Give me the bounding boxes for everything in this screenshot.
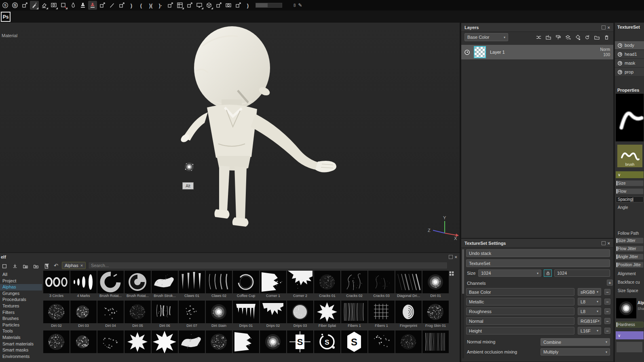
slider-position-jitte[interactable]: Position Jitte	[616, 262, 644, 268]
alpha-shape-preview[interactable]	[616, 298, 636, 318]
alpha-item-claws-01[interactable]: Claws 01	[179, 271, 205, 299]
textureset-item-body[interactable]: body	[615, 41, 644, 49]
hardness-slider[interactable]: Hardness	[616, 322, 644, 328]
undock-icon[interactable]	[449, 255, 453, 259]
channel-format-dropdown[interactable]: L8▾	[578, 298, 601, 305]
alpha-item[interactable]	[152, 330, 178, 358]
lock-ratio-button[interactable]	[544, 269, 552, 277]
remove-channel-button[interactable]: −	[604, 318, 610, 324]
alpha-item[interactable]: S	[341, 330, 367, 358]
paste-layer-icon[interactable]	[545, 34, 552, 41]
alpha-item-dirt-01[interactable]: Dirt 01	[422, 271, 449, 299]
export-config-icon[interactable]	[20, 1, 29, 10]
sidebar-item-filters[interactable]: Filters	[0, 309, 42, 316]
alpha-item-dirt-stain[interactable]: Dirt Stain	[206, 301, 232, 328]
uv-link-icon[interactable]	[535, 34, 542, 41]
channel-format-dropdown[interactable]: RGB16F▾	[578, 317, 601, 325]
alpha-item-cracks-03[interactable]: Cracks 03	[368, 271, 395, 299]
search-input[interactable]	[88, 262, 448, 269]
layer-row[interactable]: Layer 1 Norm 100	[461, 45, 613, 59]
shelf-reload-icon[interactable]	[32, 263, 39, 269]
undo-search-icon[interactable]: ↶	[53, 262, 59, 269]
alpha-item[interactable]: S	[287, 330, 313, 358]
alpha-item-dirt-07[interactable]: Dirt 07	[179, 301, 205, 328]
alpha-item-fibers-1[interactable]: Fibers 1	[368, 301, 395, 328]
remove-channel-button[interactable]: −	[604, 308, 610, 314]
channel-name-field[interactable]: Metallic	[466, 298, 574, 305]
add-channel-button[interactable]: +	[607, 280, 613, 286]
alpha-item-coffee-cup[interactable]: Coffee Cup	[233, 271, 259, 299]
size-locked-field[interactable]: 1024	[554, 269, 610, 277]
brush-preset-tile[interactable]: brush	[617, 145, 642, 167]
particle-pen-tool-icon[interactable]	[108, 1, 116, 10]
channel-name-field[interactable]: Base Color	[466, 288, 574, 296]
alpha-item[interactable]	[125, 330, 151, 358]
ps-logo-badge[interactable]: Ps	[1, 12, 11, 22]
slider-flow-jitter[interactable]: Flow Jitter	[616, 246, 644, 252]
shelf-save-icon[interactable]	[22, 263, 29, 269]
uv-3d-toggle-icon[interactable]	[175, 1, 184, 10]
alphas-filter-tag[interactable]: Alphas ×	[62, 262, 86, 269]
filter-funnel-icon[interactable]	[43, 262, 50, 269]
sidebar-item-all[interactable]: All	[0, 272, 42, 278]
visibility-radio-icon[interactable]	[618, 52, 622, 57]
substance-logo-icon[interactable]: S	[1, 1, 10, 10]
channel-mode-dropdown[interactable]: Base Color▾	[465, 33, 508, 41]
alpha-item-fiber-splat[interactable]: Fiber Splat	[314, 301, 340, 328]
textureset-item-head1[interactable]: head1	[615, 50, 644, 58]
alpha-item-drips-02[interactable]: Drips 02	[260, 301, 286, 328]
remove-channel-button[interactable]: −	[604, 289, 610, 295]
sidebar-item-procedurals[interactable]: Procedurals	[0, 297, 42, 303]
alpha-item[interactable]: S	[314, 330, 340, 358]
alpha-item-brush-rotat[interactable]: Brush Rotat...	[125, 271, 151, 299]
visibility-radio-icon[interactable]	[618, 61, 622, 65]
layer-visibility-icon[interactable]	[465, 50, 470, 55]
uv-export-icon[interactable]	[185, 1, 194, 10]
clone-stamp-tool-icon[interactable]	[78, 1, 87, 10]
paint-brush-tool-icon[interactable]	[30, 1, 39, 10]
close-icon[interactable]: ×	[608, 25, 610, 29]
alpha-item[interactable]	[97, 330, 124, 358]
view-2d-icon[interactable]	[195, 1, 204, 10]
falloff-curve-icon[interactable]: )	[243, 1, 252, 10]
remove-tag-icon[interactable]: ×	[80, 263, 83, 268]
sidebar-item-environments[interactable]: Environments	[0, 354, 42, 360]
ao-mixing-dropdown[interactable]: Multiply▾	[541, 348, 610, 356]
alpha-item-brush-rotat[interactable]: Brush Rotat...	[97, 271, 124, 299]
alpha-item-corner-1[interactable]: Corner 1	[260, 271, 286, 299]
clone-stamp-alt-tool-icon[interactable]	[88, 1, 97, 10]
alpha-item-fingerprint[interactable]: Fingerprint	[395, 301, 422, 328]
alpha-item[interactable]	[233, 330, 259, 358]
channel-name-field[interactable]: Height	[466, 327, 574, 335]
alpha-item-fibers-1[interactable]: Fibers 1	[341, 301, 367, 328]
alpha-item-frog-skin-01[interactable]: Frog Skin 01	[422, 301, 449, 328]
add-effect-icon[interactable]	[584, 34, 591, 41]
alpha-item-4-marks[interactable]: 4 Marks	[70, 271, 97, 299]
alpha-item[interactable]	[206, 330, 232, 358]
symmetry-left-icon[interactable]: (	[137, 1, 146, 10]
clean-tool-icon[interactable]	[555, 34, 562, 41]
slider-size-jitter[interactable]: Size Jitter	[616, 238, 644, 244]
settings-scrollbar[interactable]	[462, 249, 464, 358]
sidebar-item-grunges[interactable]: Grunges	[0, 290, 42, 297]
alpha-item-corner-2[interactable]: Corner 2	[287, 271, 313, 299]
layer-blend-mode[interactable]: Norm	[600, 47, 610, 52]
add-fill-layer-icon[interactable]	[574, 34, 581, 41]
viewport-3d[interactable]: Material	[0, 23, 460, 253]
alpha-item-dirt-04[interactable]: Dirt 04	[97, 301, 124, 328]
alpha-item[interactable]	[422, 330, 449, 358]
alpha-item-brush-strok[interactable]: Brush Strok...	[152, 271, 178, 299]
shelf-view-toggle-icon[interactable]	[1, 263, 8, 269]
camera-settings-icon[interactable]	[224, 1, 233, 10]
remove-channel-button[interactable]: −	[604, 299, 610, 305]
sidebar-item-project[interactable]: Project	[0, 278, 42, 284]
delete-layer-icon[interactable]	[603, 34, 610, 41]
view-3d-cube-icon[interactable]	[205, 1, 213, 10]
alpha-item-diagonal-dri[interactable]: Diagonal Dri...	[395, 271, 422, 299]
section-collapse-chevron-purple[interactable]: ∨	[616, 331, 644, 339]
alpha-item-dirt-06[interactable]: Dirt 06	[152, 301, 178, 328]
add-folder-icon[interactable]	[593, 34, 600, 41]
alpha-item-claws-02[interactable]: Claws 02	[206, 271, 232, 299]
slider-flow[interactable]: Flow	[616, 188, 644, 194]
edit-pencil-icon[interactable]: ✎	[298, 2, 302, 8]
